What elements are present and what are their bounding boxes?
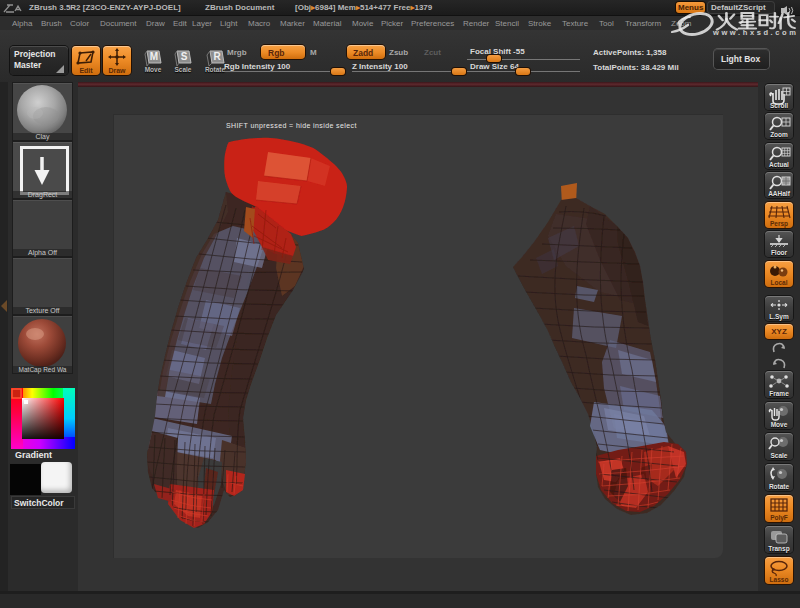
svg-text:M: M — [150, 51, 158, 62]
svg-text:S: S — [181, 51, 188, 62]
svg-text:R: R — [213, 51, 221, 62]
svg-text:www.hxsd.com: www.hxsd.com — [712, 28, 799, 37]
